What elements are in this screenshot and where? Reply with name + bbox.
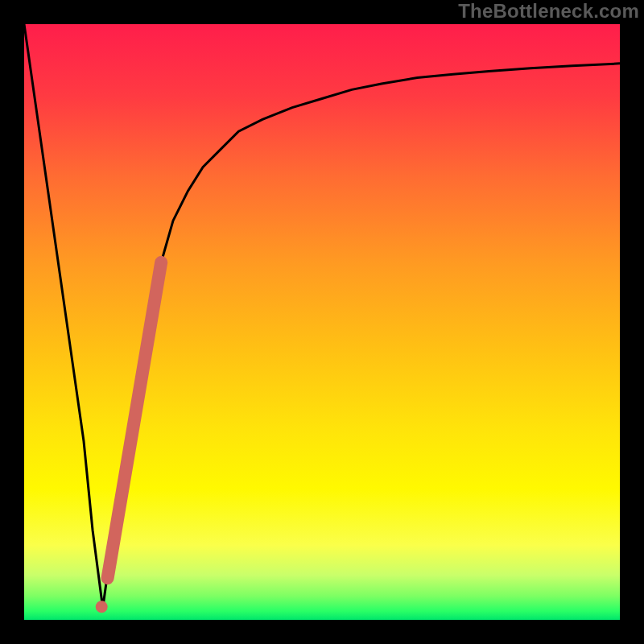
- bottleneck-chart: [0, 0, 644, 644]
- highlight-min-dot: [96, 601, 108, 613]
- watermark-text: TheBottleneck.com: [458, 0, 639, 23]
- chart-frame: TheBottleneck.com: [0, 0, 644, 644]
